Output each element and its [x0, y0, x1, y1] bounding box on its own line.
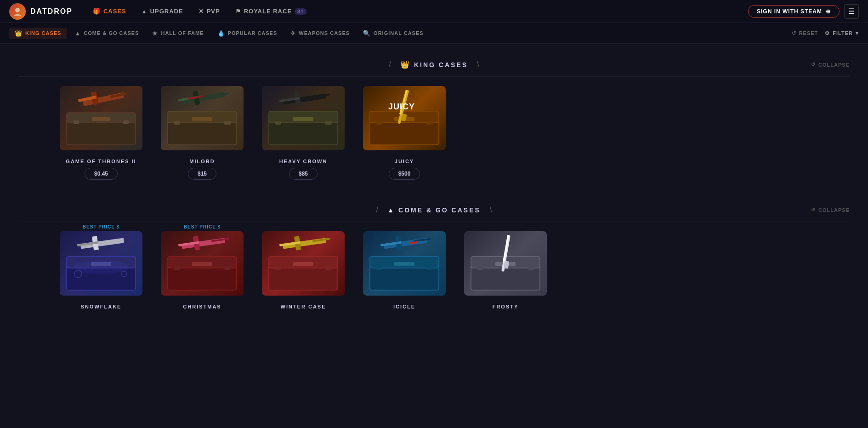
subnav-come-and-go[interactable]: ▲ COME & GO CASES [69, 28, 144, 39]
sign-in-button[interactable]: SIGN IN WITH STEAM ⊕ [748, 5, 840, 18]
sub-navigation: 👑 KING CASES ▲ COME & GO CASES ★ HALL OF… [0, 23, 868, 44]
svg-rect-68 [376, 266, 382, 270]
arrow-up-icon: ▲ [74, 30, 81, 37]
case-image [464, 231, 547, 296]
subnav-original-cases[interactable]: 🔍 ORIGINAL CASES [357, 28, 429, 39]
case-price: $0.45 [85, 168, 118, 180]
svg-rect-50 [174, 266, 180, 270]
come-and-go-header: / ▲ COME & GO CASES \ ↺ COLLAPSE [0, 198, 868, 222]
case-name: MILORD [189, 159, 215, 164]
filter-icon: ⚙ [825, 30, 830, 36]
plane-icon: ✈ [290, 30, 296, 37]
divider-slash-right2: \ [490, 205, 492, 215]
case-price: $500 [389, 168, 420, 180]
svg-rect-3 [92, 117, 110, 121]
svg-rect-22 [293, 117, 313, 121]
svg-rect-5 [123, 120, 129, 124]
case-name: SNOWFLAKE [81, 304, 122, 309]
svg-point-0 [15, 8, 20, 12]
crown-icon: 👑 [400, 60, 409, 69]
nav-cases[interactable]: 🎁 CASES [86, 5, 133, 17]
come-and-go-title: COME & GO CASES [398, 206, 481, 214]
case-image [60, 231, 142, 296]
case-image-wrap: BEST PRICE $ [55, 227, 147, 300]
king-icon: 👑 [15, 30, 23, 37]
arrow-up-icon2: ▲ [387, 206, 394, 214]
svg-rect-32 [376, 121, 382, 125]
case-image-wrap [358, 227, 450, 300]
case-image-wrap [257, 227, 349, 300]
king-cases-collapse-button[interactable]: ↺ COLLAPSE [811, 62, 850, 68]
svg-rect-13 [174, 121, 180, 125]
svg-rect-58 [293, 262, 313, 266]
svg-rect-78 [477, 266, 483, 270]
nav-royale[interactable]: ⚑ ROYALE RACE 31 [229, 5, 313, 17]
come-and-go-section: / ▲ COME & GO CASES \ ↺ COLLAPSE BEST PR… [0, 198, 868, 319]
case-image [363, 231, 446, 296]
case-image-wrap [257, 81, 349, 155]
come-and-go-title-area: / ▲ COME & GO CASES \ [18, 205, 850, 215]
pvp-icon: ✕ [199, 8, 204, 15]
subnav-king-cases[interactable]: 👑 KING CASES [9, 28, 67, 39]
drop-icon: 💧 [217, 30, 225, 37]
case-image [262, 86, 345, 150]
collapse-icon: ↺ [811, 62, 816, 68]
case-image-wrap [156, 81, 248, 155]
case-card-milord[interactable]: MILORD $15 [156, 81, 248, 180]
case-card-heavy-crown[interactable]: HEAVY CROWN $85 [257, 81, 349, 180]
case-card-christmas[interactable]: BEST PRICE $ [156, 227, 248, 309]
case-card-game-of-thrones[interactable]: GAME OF THRONES II $0.45 [55, 81, 147, 180]
steam-icon: ⊕ [826, 8, 831, 15]
top-navigation: DATDROP 🎁 CASES ▲ UPGRADE ✕ PVP ⚑ ROYALE… [0, 0, 868, 23]
come-and-go-collapse-button[interactable]: ↺ COLLAPSE [811, 207, 850, 213]
come-and-go-cases-grid: BEST PRICE $ [0, 222, 868, 319]
cases-icon: 🎁 [93, 8, 101, 15]
case-name: JUICY [395, 159, 414, 164]
subnav-weapons-cases[interactable]: ✈ WEAPONS CASES [285, 28, 355, 39]
best-price-badge: BEST PRICE $ [83, 224, 119, 229]
case-name: HEAVY CROWN [279, 159, 328, 164]
svg-rect-14 [224, 121, 231, 125]
king-cases-section: / 👑 KING CASES \ ↺ COLLAPSE [0, 53, 868, 189]
king-cases-title: KING CASES [414, 61, 468, 68]
king-cases-grid: GAME OF THRONES II $0.45 [0, 77, 868, 189]
svg-rect-24 [325, 121, 332, 125]
royale-icon: ⚑ [235, 8, 241, 15]
case-image: JUICY [363, 86, 446, 150]
case-price: $15 [188, 168, 216, 180]
subnav-popular-cases[interactable]: 💧 POPULAR CASES [212, 28, 283, 39]
case-card-frosty[interactable]: FROSTY [460, 227, 551, 309]
king-cases-title-area: / 👑 KING CASES \ [18, 60, 850, 69]
case-name: CHRISTMAS [183, 304, 221, 309]
svg-rect-23 [275, 121, 281, 125]
logo-area[interactable]: DATDROP [9, 3, 73, 20]
logo-avatar [9, 3, 26, 20]
case-card-icicle[interactable]: ICICLE [358, 227, 450, 309]
svg-rect-4 [74, 120, 79, 124]
menu-button[interactable]: ☰ [844, 4, 859, 19]
case-image-wrap: JUICY [358, 81, 450, 155]
divider-slash-left: / [389, 60, 391, 69]
king-cases-header: / 👑 KING CASES \ ↺ COLLAPSE [0, 53, 868, 76]
main-content: / 👑 KING CASES \ ↺ COLLAPSE [0, 44, 868, 337]
case-image [60, 86, 142, 150]
collapse-icon2: ↺ [811, 207, 816, 213]
logo-text: DATDROP [30, 7, 73, 16]
reset-button[interactable]: ↺ RESET [792, 30, 818, 36]
svg-rect-79 [528, 266, 534, 270]
filter-button[interactable]: ⚙ FILTER ▾ [825, 30, 859, 36]
svg-text:JUICY: JUICY [388, 102, 415, 111]
case-image-wrap [460, 227, 551, 300]
svg-rect-60 [325, 266, 332, 270]
case-card-snowflake[interactable]: BEST PRICE $ [55, 227, 147, 309]
case-card-juicy[interactable]: JUICY JUICY $500 [358, 81, 450, 180]
royale-badge: 31 [295, 8, 306, 15]
subnav-hall-of-fame[interactable]: ★ HALL OF FAME [147, 28, 209, 39]
svg-point-46 [74, 260, 129, 274]
nav-upgrade[interactable]: ▲ UPGRADE [135, 5, 190, 17]
svg-rect-59 [275, 266, 281, 270]
nav-pvp[interactable]: ✕ PVP [192, 5, 227, 17]
case-card-winter[interactable]: WINTER CASE [257, 227, 349, 309]
case-price: $85 [289, 168, 318, 180]
case-image-wrap [55, 81, 147, 155]
